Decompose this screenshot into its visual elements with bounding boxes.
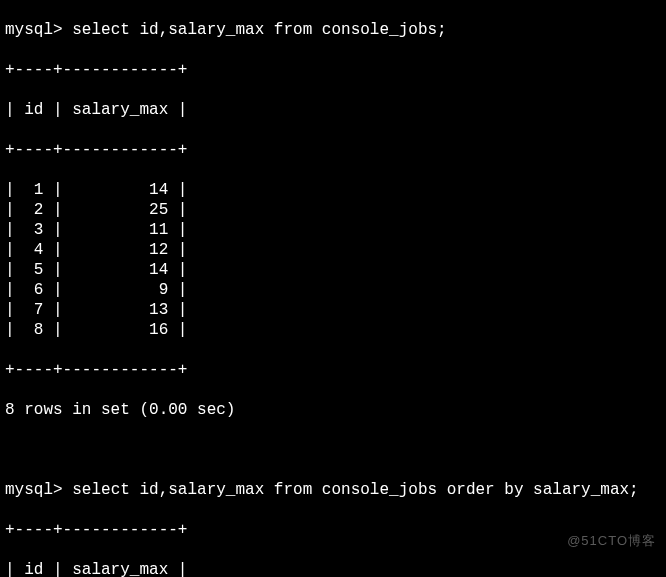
table-row: | 4 | 12 | [5,240,661,260]
table-row: | 8 | 16 | [5,320,661,340]
query2-cmd: mysql> select id,salary_max from console… [5,480,661,500]
table-row: | 1 | 14 | [5,180,661,200]
prompt: mysql> [5,481,72,499]
blank-line [5,440,661,460]
sql-statement: select id,salary_max from console_jobs o… [72,481,639,499]
prompt: mysql> [5,21,72,39]
table-row: | 2 | 25 | [5,200,661,220]
table-border: +----+------------+ [5,60,661,80]
table-row: | 5 | 14 | [5,260,661,280]
query1-cmd: mysql> select id,salary_max from console… [5,20,661,40]
table-header: | id | salary_max | [5,100,661,120]
table-row: | 6 | 9 | [5,280,661,300]
table-border: +----+------------+ [5,140,661,160]
terminal-output: mysql> select id,salary_max from console… [0,0,666,577]
table-border: +----+------------+ [5,520,661,540]
table-row: | 3 | 11 | [5,220,661,240]
table-row: | 7 | 13 | [5,300,661,320]
table-header: | id | salary_max | [5,560,661,577]
table-border: +----+------------+ [5,360,661,380]
sql-statement: select id,salary_max from console_jobs; [72,21,446,39]
result-footer: 8 rows in set (0.00 sec) [5,400,661,420]
